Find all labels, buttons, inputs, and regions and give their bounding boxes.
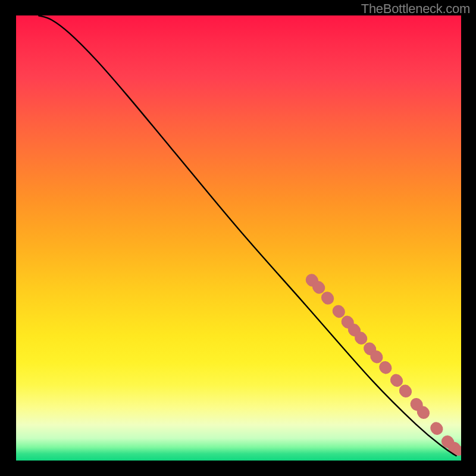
chart-svg xyxy=(16,15,461,461)
scatter-marks xyxy=(303,271,461,457)
plot-area xyxy=(16,15,461,461)
curve-line xyxy=(38,15,456,456)
attribution-label: TheBottleneck.com xyxy=(361,1,470,17)
scatter-point xyxy=(428,419,445,437)
chart-container: TheBottleneck.com xyxy=(0,0,476,476)
